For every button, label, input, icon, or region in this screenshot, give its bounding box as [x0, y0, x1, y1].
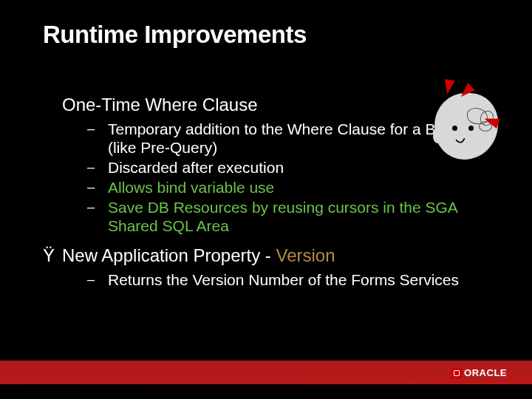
list-item-text: Save DB Resources by reusing cursors in … — [108, 198, 492, 235]
topic-label: One-Time Where Clause — [62, 95, 258, 115]
dash-icon: – — [87, 198, 108, 216]
arrow-icon — [442, 79, 454, 95]
list-item: – Returns the Version Number of the Form… — [87, 270, 501, 289]
topic-bullet: Ÿ — [43, 245, 62, 266]
list-item: – Save DB Resources by reusing cursors i… — [87, 198, 501, 235]
head-shape-icon — [434, 93, 498, 160]
footer-black-strip — [0, 384, 532, 399]
topic-label-prefix: New Application Property - — [62, 245, 276, 265]
brain-illustration — [409, 80, 505, 168]
topic-label-link: Version — [276, 245, 335, 265]
topic-label: New Application Property - Version — [62, 245, 335, 266]
oracle-logo-icon — [451, 368, 462, 378]
dash-icon: – — [87, 270, 108, 289]
dash-icon: – — [87, 120, 108, 138]
topic-new-app-property: Ÿ New Application Property - Version — [43, 245, 501, 266]
list-item: – Allows bind variable use — [87, 178, 501, 197]
dash-icon: – — [87, 158, 108, 177]
oracle-logo: ORACLE — [451, 367, 507, 378]
slide: Runtime Improvements One-Time Where Clau… — [0, 0, 532, 399]
list-item-text: Allows bind variable use — [108, 178, 274, 197]
oracle-logo-text: ORACLE — [464, 367, 507, 378]
topic-2-sublist: – Returns the Version Number of the Form… — [87, 270, 501, 289]
slide-title: Runtime Improvements — [43, 21, 307, 49]
list-item-text: Returns the Version Number of the Forms … — [108, 270, 459, 289]
dash-icon: – — [87, 178, 108, 197]
list-item-text: Discarded after execution — [108, 158, 284, 177]
